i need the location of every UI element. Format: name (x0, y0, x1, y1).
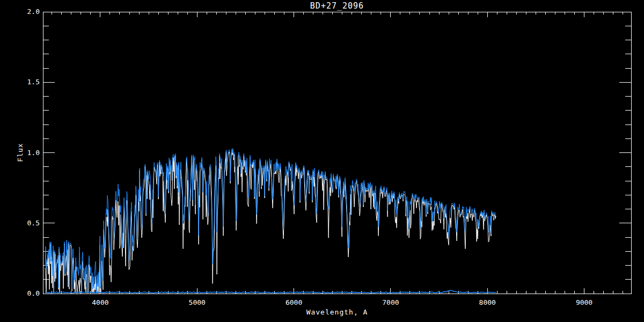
x-tick-label-7000: 7000 (374, 298, 408, 307)
y-tick-label-1.0: 1.0 (13, 149, 40, 157)
x-tick-label-5000: 5000 (180, 298, 214, 307)
x-tick-label-6000: 6000 (277, 298, 311, 307)
error-floor-line (45, 290, 496, 293)
spectrum-white-underlay (45, 150, 496, 293)
y-tick-label-0.0: 0.0 (13, 289, 40, 298)
x-tick-label-9000: 9000 (567, 298, 602, 307)
x-tick-label-8000: 8000 (470, 298, 504, 307)
spectrum-blue-overlay (45, 149, 496, 293)
spectrum-plot-canvas (0, 0, 644, 322)
x-tick-label-4000: 4000 (83, 298, 118, 307)
y-tick-label-0.5: 0.5 (13, 219, 40, 228)
plot-title: BD+27_2096 (43, 1, 631, 10)
axes-frame (43, 12, 631, 294)
y-tick-label-1.5: 1.5 (13, 78, 40, 86)
plot-window: BD+27_2096 Wavelength, A Flux 4000500060… (0, 0, 644, 322)
x-axis-label: Wavelength, A (43, 308, 631, 317)
y-tick-label-2.0: 2.0 (13, 8, 40, 16)
